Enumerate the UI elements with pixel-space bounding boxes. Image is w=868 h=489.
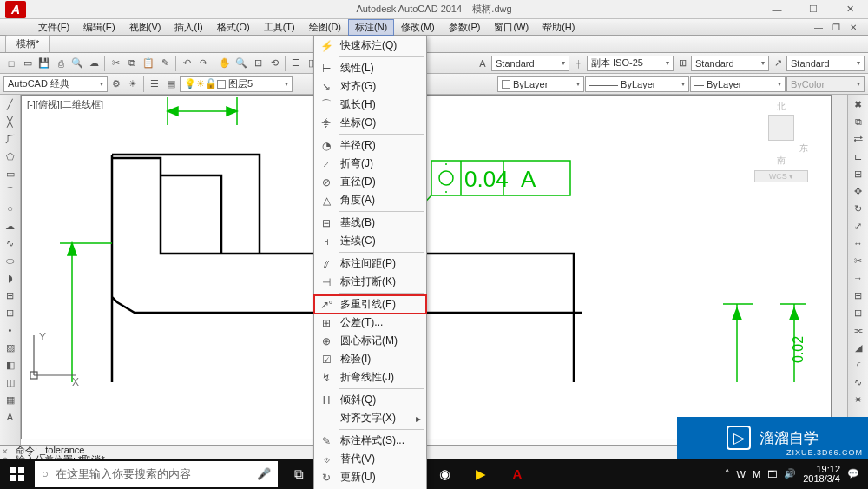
maximize-button[interactable]: ☐ bbox=[795, 0, 832, 19]
paste-icon[interactable]: 📋 bbox=[141, 56, 156, 71]
match-icon[interactable]: ✎ bbox=[157, 56, 173, 71]
polygon-icon[interactable]: ⬠ bbox=[2, 149, 19, 164]
menu-help[interactable]: 帮助(H) bbox=[536, 19, 582, 36]
menu-item-半径R[interactable]: ◔半径(R) bbox=[314, 136, 426, 155]
menu-modify[interactable]: 修改(M) bbox=[394, 19, 442, 36]
mdi-close-button[interactable]: ✕ bbox=[845, 20, 861, 34]
revcloud-icon[interactable]: ☁ bbox=[2, 218, 19, 234]
blend-icon[interactable]: ∿ bbox=[850, 374, 867, 390]
zoom-prev-icon[interactable]: ⟲ bbox=[266, 56, 282, 71]
text-style-icon[interactable]: A bbox=[475, 56, 490, 71]
zoom-window-icon[interactable]: ⊡ bbox=[250, 56, 266, 71]
app-logo-icon[interactable]: A bbox=[5, 1, 26, 18]
table-icon[interactable]: ▦ bbox=[2, 392, 19, 407]
zoom-icon[interactable]: 🔍 bbox=[233, 56, 249, 71]
layer-manager-icon[interactable]: ☰ bbox=[147, 76, 162, 92]
scale-icon[interactable]: ⤢ bbox=[850, 218, 867, 234]
layer-states-icon[interactable]: ▤ bbox=[163, 76, 179, 92]
menu-item-折弯J[interactable]: ⟋折弯(J) bbox=[314, 155, 426, 173]
cut-icon[interactable]: ✂ bbox=[108, 56, 123, 71]
break-point-icon[interactable]: ⊟ bbox=[850, 287, 867, 303]
tray-network-icon[interactable]: 🗔 bbox=[767, 469, 777, 479]
new-icon[interactable]: □ bbox=[3, 56, 19, 71]
xline-icon[interactable]: ╳ bbox=[2, 114, 19, 129]
mleader-style-combo[interactable]: Standard▾ bbox=[786, 56, 865, 71]
tray-word-icon[interactable]: W bbox=[737, 469, 746, 479]
menu-item-标注样式S[interactable]: ✎标注样式(S)... bbox=[314, 432, 426, 450]
mic-icon[interactable]: 🎤 bbox=[257, 467, 271, 480]
menu-item-更新U[interactable]: ↻更新(U) bbox=[314, 468, 426, 486]
rotate-icon[interactable]: ↻ bbox=[850, 201, 867, 216]
menu-insert[interactable]: 插入(I) bbox=[168, 19, 209, 36]
menu-item-快速标注Q[interactable]: ⚡快速标注(Q) bbox=[314, 36, 426, 55]
fillet-icon[interactable]: ◜ bbox=[850, 357, 867, 373]
array-icon[interactable]: ⊞ bbox=[850, 166, 867, 182]
text-style-combo[interactable]: Standard▾ bbox=[491, 56, 569, 71]
hatch-icon[interactable]: ▨ bbox=[2, 340, 19, 355]
viewcube-face[interactable] bbox=[768, 115, 794, 141]
join-icon[interactable]: ⫘ bbox=[850, 322, 867, 338]
mtext-icon[interactable]: A bbox=[2, 409, 19, 425]
pan-icon[interactable]: ✋ bbox=[217, 56, 233, 71]
dim-style-icon[interactable]: ⟊ bbox=[570, 56, 586, 71]
publish-icon[interactable]: ☁ bbox=[86, 56, 102, 71]
menu-item-线性L[interactable]: ⊢线性(L) bbox=[314, 59, 426, 77]
ellipse-icon[interactable]: ⬭ bbox=[2, 253, 19, 268]
save-icon[interactable]: 💾 bbox=[36, 56, 52, 71]
copy-icon[interactable]: ⧉ bbox=[124, 56, 140, 71]
autocad-task-icon[interactable]: A bbox=[500, 459, 535, 489]
erase-icon[interactable]: ✖ bbox=[850, 96, 867, 112]
tray-ime-icon[interactable]: M bbox=[753, 469, 760, 479]
taskbar-search[interactable]: ○ 在这里输入你要搜索的内容 🎤 bbox=[35, 461, 278, 487]
insert-block-icon[interactable]: ⊞ bbox=[2, 287, 19, 303]
menu-format[interactable]: 格式(O) bbox=[210, 19, 257, 36]
stretch-icon[interactable]: ↔ bbox=[850, 235, 867, 251]
menu-item-标注打断K[interactable]: ⊣标注打断(K) bbox=[314, 273, 426, 291]
menu-item-连续C[interactable]: ⫞连续(C) bbox=[314, 232, 426, 250]
rectangle-icon[interactable]: ▭ bbox=[2, 166, 19, 182]
menu-item-检验I[interactable]: ☑检验(I) bbox=[314, 350, 426, 368]
menu-window[interactable]: 窗口(W) bbox=[487, 19, 536, 36]
linetype-combo[interactable]: ——— ByLayer▾ bbox=[585, 76, 689, 92]
mdi-restore-button[interactable]: ❐ bbox=[828, 20, 844, 34]
workspace-settings-icon[interactable]: ⚙ bbox=[108, 76, 124, 92]
tray-notifications-icon[interactable]: 💬 bbox=[847, 468, 859, 479]
menu-parametric[interactable]: 参数(P) bbox=[442, 19, 488, 36]
menu-item-基线B[interactable]: ⊟基线(B) bbox=[314, 214, 426, 232]
preview-icon[interactable]: 🔍 bbox=[69, 56, 85, 71]
close-button[interactable]: ✕ bbox=[832, 0, 868, 19]
menu-item-弧长H[interactable]: ⌒弧长(H) bbox=[314, 96, 426, 114]
arc-icon[interactable]: ⌒ bbox=[2, 183, 19, 199]
break-icon[interactable]: ⊡ bbox=[850, 305, 867, 320]
table-style-icon[interactable]: ⊞ bbox=[674, 56, 690, 71]
mdi-minimize-button[interactable]: — bbox=[811, 20, 826, 34]
chrome-icon[interactable]: ◉ bbox=[427, 459, 462, 489]
viewcube[interactable]: 北 东 南 WCS ▾ bbox=[754, 101, 808, 182]
circle-icon[interactable]: ○ bbox=[2, 201, 19, 216]
ellipse-arc-icon[interactable]: ◗ bbox=[2, 270, 19, 286]
menu-edit[interactable]: 编辑(E) bbox=[76, 19, 122, 36]
trim-icon[interactable]: ✂ bbox=[850, 253, 867, 268]
workspace-save-icon[interactable]: ☀ bbox=[125, 76, 141, 92]
print-icon[interactable]: ⎙ bbox=[53, 56, 69, 71]
properties-icon[interactable]: ☰ bbox=[288, 56, 304, 71]
start-button[interactable] bbox=[0, 459, 35, 489]
move-icon[interactable]: ✥ bbox=[850, 183, 867, 199]
copy-obj-icon[interactable]: ⧉ bbox=[850, 114, 867, 129]
menu-dimension[interactable]: 标注(N) bbox=[348, 19, 394, 36]
line-icon[interactable]: ╱ bbox=[2, 96, 19, 112]
lineweight-combo[interactable]: — ByLayer▾ bbox=[690, 76, 786, 92]
mirror-icon[interactable]: ⮂ bbox=[850, 131, 867, 147]
menu-item-多重引线E[interactable]: ↗°多重引线(E) bbox=[314, 295, 426, 314]
spline-icon[interactable]: ∿ bbox=[2, 235, 19, 251]
menu-item-坐标O[interactable]: ⸎坐标(O) bbox=[314, 114, 426, 132]
tray-time[interactable]: 19:12 bbox=[803, 465, 840, 474]
scrollbar-vertical[interactable] bbox=[832, 95, 847, 439]
viewcube-wcs[interactable]: WCS ▾ bbox=[754, 170, 808, 182]
offset-icon[interactable]: ⊏ bbox=[850, 149, 867, 164]
region-icon[interactable]: ◫ bbox=[2, 374, 19, 390]
menu-file[interactable]: 文件(F) bbox=[31, 19, 76, 36]
chamfer-icon[interactable]: ◢ bbox=[850, 340, 867, 355]
extend-icon[interactable]: → bbox=[850, 270, 867, 286]
gradient-icon[interactable]: ◧ bbox=[2, 357, 19, 373]
